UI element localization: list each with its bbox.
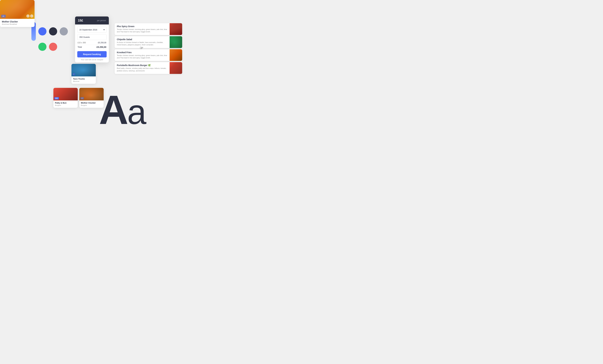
total-amount: £5.250,00 <box>97 46 106 48</box>
menu-burger-desc: Beef patty, cheese, smokey patty and bun… <box>117 67 167 72</box>
vendor-tacos-type: Mexican <box>73 80 94 82</box>
menu-chipotle-image <box>170 36 182 48</box>
vendor-patty-type: Burgers <box>55 104 76 106</box>
booking-body: 16 September 2016 ▾ 350 Guests £15 x 350… <box>75 24 109 62</box>
menu-card-chipotle[interactable]: Chipotle Salad A choice of chicken breas… <box>115 36 182 48</box>
vendor-tacos-price: £ <box>72 73 75 76</box>
vendor-large-name: Mother Clucker <box>2 20 33 23</box>
vendor-large-image: ££ ‹ › <box>0 0 35 19</box>
menu-card-fries: Krooked Fries Tender chicken breast, mor… <box>115 49 182 61</box>
menu-card-burger: Portobello Mushroom Burger 🌿 Beef patty,… <box>115 62 182 74</box>
vendor-patty-info: Patty & Bun Burgers <box>53 100 78 108</box>
vendor-tacos-image: £ <box>71 64 96 77</box>
menu-pho-image <box>170 23 182 35</box>
calc-row: £15 x 350 £5.250,00 <box>77 42 107 44</box>
vendor-large-type: American Breakfast <box>2 23 33 25</box>
next-image-button[interactable]: › <box>30 14 33 18</box>
menu-burger-title: Portobello Mushroom Burger 🌿 <box>117 64 167 66</box>
vendor-card-taco-trucks[interactable]: £ Taco Trucks Mexican <box>71 64 96 84</box>
color-swatches <box>31 22 68 51</box>
vendor-tacos-info: Taco Trucks Mexican <box>71 77 96 84</box>
guests-value: 350 Guests <box>79 36 90 38</box>
menu-fries-desc: Tender chicken breast, morning glory, gr… <box>117 54 167 59</box>
date-value: 16 September 2016 <box>79 29 97 31</box>
booking-note: Your card will not be charged <box>77 59 107 61</box>
color-row-top <box>31 22 68 41</box>
vendor-large-price-badge: ££ <box>1 15 6 18</box>
menu-chipotle-desc: A choice of chicken breast or falafel, h… <box>117 41 167 46</box>
menu-cards: Pho Spicy Green Tender chicken breast, m… <box>115 23 182 74</box>
menu-chipotle-title: Chipotle Salad <box>117 38 167 41</box>
typography-A: A <box>99 89 127 130</box>
total-row: Total £5.250,00 <box>77 45 107 49</box>
booking-widget: 15£ per person 16 September 2016 ▾ 350 G… <box>75 16 109 62</box>
swatch-dark <box>49 27 57 35</box>
menu-card-burger-text: Portobello Mushroom Burger 🌿 Beef patty,… <box>115 62 170 74</box>
color-row-bottom <box>38 43 68 51</box>
vendor-tacos-name: Taco Trucks <box>73 78 94 80</box>
swatch-red <box>49 43 57 51</box>
total-label: Total <box>78 46 82 48</box>
vendor-card-patty-bun[interactable]: £££ Patty & Bun Burgers <box>53 88 78 108</box>
prev-image-button[interactable]: ‹ <box>26 14 30 18</box>
vendor-patty-price: £££ <box>54 97 59 99</box>
booking-header: 15£ per person <box>75 16 109 24</box>
booking-price: 15£ <box>78 19 83 22</box>
menu-pho-desc: Tender chicken breast, morning glory, gr… <box>117 28 167 33</box>
swatch-green <box>38 43 46 51</box>
swatch-gray <box>60 27 68 35</box>
booking-per-person: per person <box>97 20 106 22</box>
request-booking-button[interactable]: Request booking <box>77 51 107 57</box>
typography-display: A a <box>99 89 145 130</box>
menu-card-chipotle-text: Chipotle Salad A choice of chicken breas… <box>115 36 170 48</box>
calc-formula: £15 x 350 <box>78 42 86 44</box>
vendor-card-mother-clucker-large[interactable]: ££ ‹ › Mother Clucker American Breakfast <box>0 0 35 27</box>
vendor-patty-image: £££ <box>53 88 78 100</box>
menu-pho-title: Pho Spicy Green <box>117 25 167 28</box>
vendor-large-info: Mother Clucker American Breakfast <box>0 19 35 27</box>
menu-card-pho-text: Pho Spicy Green Tender chicken breast, m… <box>115 23 170 35</box>
menu-card-fries-text: Krooked Fries Tender chicken breast, mor… <box>115 49 170 61</box>
menu-fries-title: Krooked Fries <box>117 51 167 54</box>
date-dropdown-icon: ▾ <box>104 28 104 31</box>
calc-amount: £5.250,00 <box>98 42 106 44</box>
date-field[interactable]: 16 September 2016 ▾ <box>77 27 107 33</box>
vendor-patty-name: Patty & Bun <box>55 102 76 104</box>
menu-burger-image <box>170 62 182 74</box>
vendor-burger2-price: ££ <box>80 97 84 99</box>
menu-card-pho: Pho Spicy Green Tender chicken breast, m… <box>115 23 182 35</box>
guests-field[interactable]: 350 Guests <box>77 34 107 40</box>
typography-a: a <box>127 95 145 129</box>
image-nav-arrows: ‹ › <box>26 14 33 18</box>
swatch-blue <box>38 27 46 35</box>
menu-fries-image <box>170 49 182 61</box>
